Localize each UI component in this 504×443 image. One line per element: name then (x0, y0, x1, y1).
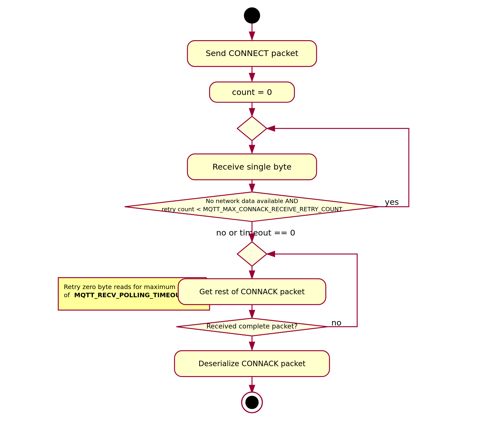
diamond2 (237, 242, 267, 266)
diamond1 (237, 116, 267, 141)
start-circle (244, 7, 260, 24)
flow-diagram: Send CONNECT packet count = 0 Receive si… (0, 0, 504, 443)
no-label: no (331, 318, 341, 327)
yes-label: yes (385, 197, 399, 207)
no-or-timeout-label: no or timeout == 0 (216, 228, 295, 237)
deserialize-label: Deserialize CONNACK packet (198, 359, 306, 368)
send-connect-label: Send CONNECT packet (206, 49, 298, 58)
count-zero-label: count = 0 (232, 88, 272, 97)
receive-byte-label: Receive single byte (212, 162, 291, 172)
retry-label-line1: No network data available AND (206, 198, 298, 205)
complete-label: Received complete packet? (206, 322, 298, 330)
diagram-container: Send CONNECT packet count = 0 Receive si… (0, 0, 504, 443)
get-rest-label: Get rest of CONNACK packet (199, 287, 305, 296)
retry-label-line2: retry count < MQTT_MAX_CONNACK_RECEIVE_R… (162, 206, 342, 213)
note-line2-prefix: of (64, 292, 70, 299)
end-inner-circle (245, 396, 259, 409)
note-line1: Retry zero byte reads for maximum period (64, 283, 197, 291)
